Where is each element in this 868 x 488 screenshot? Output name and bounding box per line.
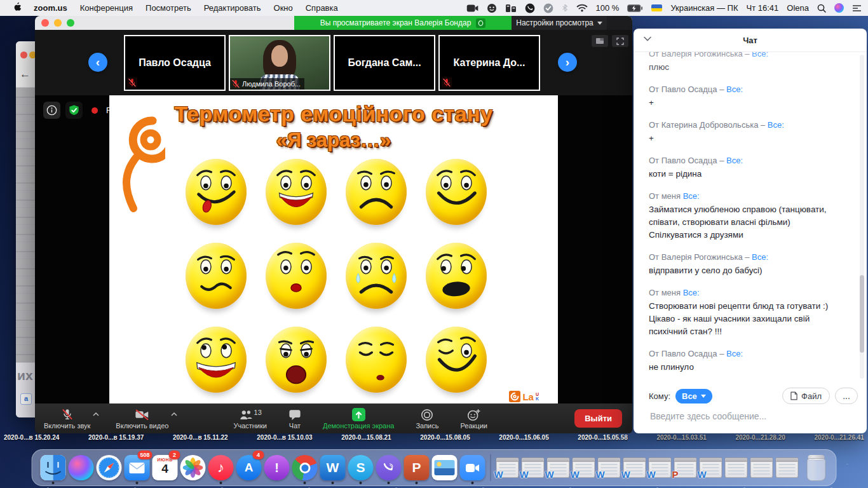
close-window-button[interactable] (20, 51, 27, 58)
minimized-window-doc[interactable] (725, 458, 748, 478)
translate-icon[interactable]: a (20, 393, 32, 405)
desktop-file-label[interactable]: 2020-0...в 15.11.22 (173, 434, 228, 441)
minimized-window-doc[interactable] (776, 458, 799, 478)
minimized-window-word[interactable]: W (623, 458, 646, 478)
minimize-button[interactable] (54, 19, 62, 27)
menu-edit[interactable]: Редактировать (198, 3, 268, 13)
back-arrow-icon[interactable]: ← (20, 68, 31, 81)
bluetooth-icon[interactable] (562, 3, 568, 13)
dock-app-powerpoint[interactable]: P (403, 452, 430, 484)
minimized-window-word[interactable]: W (573, 458, 595, 478)
participant-thumbnail[interactable]: Катерина До... (438, 35, 540, 91)
minimized-window-doc[interactable] (750, 458, 773, 478)
leave-meeting-button[interactable]: Выйти (574, 409, 622, 428)
input-language-label[interactable]: Украинская — ПК (670, 3, 738, 13)
send-file-button[interactable]: Файл (782, 388, 830, 404)
desktop-file-label[interactable]: 2020-0...в 15.10.03 (257, 434, 312, 441)
desktop-file-label[interactable]: 2020-0...15.08.05 (420, 434, 470, 441)
screen-mirroring-icon[interactable] (466, 4, 478, 13)
video-options-chevron-icon[interactable] (171, 412, 177, 416)
desktop-file-label[interactable]: 2020-0...21.28.20 (735, 434, 785, 441)
participant-thumbnail[interactable]: Богдана Сам... (334, 35, 435, 91)
remote-desktop-icon[interactable] (505, 4, 517, 13)
minimized-window-powerpoint[interactable]: P (674, 458, 697, 478)
dock-app-siri[interactable] (68, 452, 95, 484)
menu-clock[interactable]: Чт 16:41 (747, 3, 779, 13)
desktop-file-label[interactable]: 2020-0...в 15.19.37 (88, 434, 144, 441)
minimize-window-button[interactable] (29, 51, 35, 58)
word-badge-icon: W (698, 469, 707, 480)
dock-app-app-store[interactable]: A4 (236, 452, 262, 484)
viber-menu-icon[interactable] (525, 3, 535, 13)
dock-app-chrome[interactable] (292, 452, 318, 484)
dock-app-safari[interactable] (96, 452, 123, 484)
chat-button[interactable]: Чат (288, 409, 301, 430)
dock-app-finder[interactable] (40, 452, 67, 484)
view-settings-dropdown[interactable]: Настройки просмотра (512, 16, 607, 30)
input-language-flag-icon[interactable] (651, 4, 662, 11)
dock-app-skype[interactable]: S (348, 452, 374, 484)
desktop-file-label[interactable]: 2020-0...15.08.21 (341, 434, 391, 441)
zoom-button[interactable] (67, 19, 74, 27)
chat-message-input[interactable] (649, 410, 855, 422)
minimized-window-word[interactable]: W (598, 458, 621, 478)
menu-app-name[interactable]: zoom.us (27, 3, 74, 13)
chat-more-button[interactable]: ... (835, 388, 858, 404)
share-screen-button[interactable]: Демонстрация экрана (323, 408, 394, 430)
dock-app-word[interactable]: W (320, 452, 346, 484)
fullscreen-icon[interactable] (612, 35, 628, 47)
record-button[interactable]: Запись (416, 409, 438, 430)
trash-icon[interactable] (804, 453, 829, 482)
spotlight-search-icon[interactable] (817, 4, 826, 13)
previous-participants-button[interactable]: ‹ (88, 53, 107, 72)
current-user-label[interactable]: Olena (787, 3, 809, 13)
reactions-icon (467, 409, 480, 421)
participant-thumbnail[interactable]: Людмила Вороб... (229, 35, 330, 91)
participant-thumbnail[interactable]: Павло Осадца (124, 35, 226, 91)
chat-scrollbar[interactable] (860, 55, 864, 379)
layout-view-icon[interactable] (592, 35, 608, 47)
dock-app-mail[interactable]: 508 (124, 452, 151, 484)
dock-app-zoom[interactable] (459, 452, 486, 484)
menu-window[interactable]: Окно (268, 3, 299, 13)
desktop-file-label[interactable]: 2020-0...15.03.51 (656, 434, 706, 441)
minimized-window-word[interactable]: W (700, 458, 722, 478)
minimized-window-word[interactable]: W (522, 458, 545, 478)
unmute-button[interactable]: Включить звук (44, 408, 90, 430)
menu-view[interactable]: Посмотреть (139, 3, 198, 13)
menu-conference[interactable]: Конференция (74, 3, 139, 13)
collapse-chat-icon[interactable] (644, 36, 651, 41)
dock-app-alert[interactable]: ! (264, 452, 290, 484)
dock-app-viber[interactable] (376, 452, 402, 484)
next-participants-button[interactable]: › (558, 53, 577, 72)
desktop-file-label[interactable]: 2020-0...в 15.20.24 (4, 434, 59, 441)
send-to-dropdown[interactable]: Все (675, 389, 712, 403)
dock-app-calendar[interactable]: июнь42 (152, 452, 179, 484)
desktop-file-label[interactable]: 2020-0...21.26.41 (814, 434, 864, 441)
mic-options-chevron-icon[interactable] (93, 412, 99, 416)
menu-help[interactable]: Справка (299, 3, 344, 13)
desktop-file-label[interactable]: 2020-0...15.06.05 (499, 434, 548, 441)
dock-app-preview[interactable] (431, 452, 458, 484)
minimized-window-word[interactable]: W (649, 458, 672, 478)
check-shield-icon[interactable] (543, 3, 553, 13)
siri-menu-icon[interactable] (834, 3, 844, 13)
participants-button[interactable]: 13 Участники (233, 409, 267, 430)
scrollbar-thumb[interactable] (860, 275, 864, 353)
dock-app-music[interactable]: ♪ (208, 452, 234, 484)
security-shield-icon[interactable] (65, 102, 83, 119)
dock-app-photos[interactable] (180, 452, 207, 484)
start-video-button[interactable]: Включить видео (116, 408, 168, 430)
minimized-window-word[interactable]: W (496, 458, 519, 478)
wifi-icon[interactable] (576, 4, 588, 12)
meeting-info-icon[interactable] (43, 102, 60, 119)
close-button[interactable] (41, 19, 49, 27)
reactions-button[interactable]: Реакции (460, 409, 487, 430)
notification-center-icon[interactable] (852, 4, 862, 12)
apple-menu-icon[interactable] (6, 2, 27, 14)
badge: 2 (169, 451, 180, 459)
record-menu-icon[interactable] (487, 3, 497, 13)
background-window[interactable]: ← их дв a (16, 41, 35, 417)
desktop-file-label[interactable]: 2020-0...15.05.58 (578, 434, 627, 441)
minimized-window-word[interactable]: W (547, 458, 570, 478)
